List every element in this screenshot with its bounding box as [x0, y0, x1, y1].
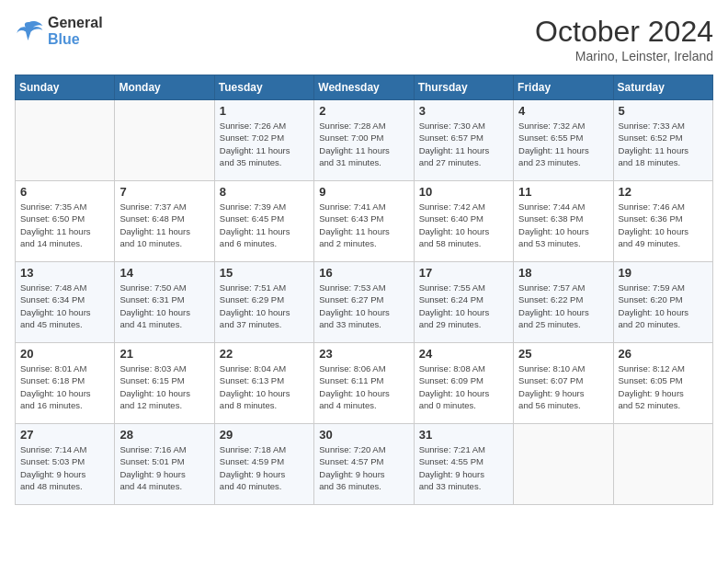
day-info: Sunrise: 7:33 AM Sunset: 6:52 PM Dayligh… [619, 120, 708, 168]
calendar-cell [613, 424, 712, 505]
day-info: Sunrise: 8:03 AM Sunset: 6:15 PM Dayligh… [119, 362, 209, 411]
day-number: 19 [619, 266, 708, 280]
day-number: 9 [319, 185, 408, 199]
day-number: 17 [419, 266, 508, 280]
day-info: Sunrise: 7:16 AM Sunset: 5:01 PM Dayligh… [119, 443, 209, 492]
day-info: Sunrise: 7:48 AM Sunset: 6:34 PM Dayligh… [20, 282, 109, 330]
day-number: 27 [20, 428, 109, 442]
day-info: Sunrise: 7:32 AM Sunset: 6:55 PM Dayligh… [518, 120, 608, 168]
col-header-sunday: Sunday [16, 75, 115, 100]
day-number: 24 [419, 347, 508, 361]
title-block: October 2024 Marino, Leinster, Ireland [535, 15, 713, 63]
day-info: Sunrise: 8:08 AM Sunset: 6:09 PM Dayligh… [419, 362, 508, 411]
calendar-cell: 31Sunrise: 7:21 AM Sunset: 4:55 PM Dayli… [414, 424, 513, 505]
calendar-cell: 3Sunrise: 7:30 AM Sunset: 6:57 PM Daylig… [414, 100, 513, 181]
calendar-cell: 18Sunrise: 7:57 AM Sunset: 6:22 PM Dayli… [514, 262, 613, 343]
day-info: Sunrise: 7:59 AM Sunset: 6:20 PM Dayligh… [619, 282, 708, 330]
day-info: Sunrise: 7:26 AM Sunset: 7:02 PM Dayligh… [220, 120, 309, 168]
day-number: 18 [518, 266, 608, 280]
calendar-cell: 30Sunrise: 7:20 AM Sunset: 4:57 PM Dayli… [314, 424, 414, 505]
day-info: Sunrise: 7:42 AM Sunset: 6:40 PM Dayligh… [419, 201, 508, 249]
calendar-cell: 26Sunrise: 8:12 AM Sunset: 6:05 PM Dayli… [613, 343, 712, 424]
day-info: Sunrise: 7:53 AM Sunset: 6:27 PM Dayligh… [319, 282, 408, 330]
day-info: Sunrise: 8:12 AM Sunset: 6:05 PM Dayligh… [619, 362, 708, 411]
day-number: 22 [220, 347, 309, 361]
day-number: 14 [119, 266, 209, 280]
day-number: 5 [619, 104, 708, 118]
calendar-table: SundayMondayTuesdayWednesdayThursdayFrid… [15, 75, 713, 505]
calendar-cell: 7Sunrise: 7:37 AM Sunset: 6:48 PM Daylig… [115, 181, 214, 262]
calendar-week-row: 6Sunrise: 7:35 AM Sunset: 6:50 PM Daylig… [16, 181, 713, 262]
day-number: 3 [419, 104, 508, 118]
calendar-cell: 25Sunrise: 8:10 AM Sunset: 6:07 PM Dayli… [514, 343, 613, 424]
day-number: 28 [119, 428, 209, 442]
calendar-cell: 5Sunrise: 7:33 AM Sunset: 6:52 PM Daylig… [613, 100, 712, 181]
calendar-cell [115, 100, 214, 181]
logo-icon [15, 18, 44, 44]
calendar-cell: 12Sunrise: 7:46 AM Sunset: 6:36 PM Dayli… [613, 181, 712, 262]
day-number: 7 [119, 185, 209, 199]
day-number: 21 [119, 347, 209, 361]
col-header-thursday: Thursday [414, 75, 513, 100]
day-number: 15 [220, 266, 309, 280]
day-number: 13 [20, 266, 109, 280]
calendar-cell: 16Sunrise: 7:53 AM Sunset: 6:27 PM Dayli… [314, 262, 414, 343]
calendar-cell: 24Sunrise: 8:08 AM Sunset: 6:09 PM Dayli… [414, 343, 513, 424]
calendar-cell: 21Sunrise: 8:03 AM Sunset: 6:15 PM Dayli… [115, 343, 214, 424]
calendar-cell: 20Sunrise: 8:01 AM Sunset: 6:18 PM Dayli… [16, 343, 115, 424]
day-info: Sunrise: 7:55 AM Sunset: 6:24 PM Dayligh… [419, 282, 508, 330]
day-number: 31 [419, 428, 508, 442]
logo-text: General Blue [48, 15, 103, 48]
day-number: 16 [319, 266, 408, 280]
calendar-cell: 10Sunrise: 7:42 AM Sunset: 6:40 PM Dayli… [414, 181, 513, 262]
calendar-cell: 9Sunrise: 7:41 AM Sunset: 6:43 PM Daylig… [314, 181, 414, 262]
day-number: 10 [419, 185, 508, 199]
day-info: Sunrise: 7:46 AM Sunset: 6:36 PM Dayligh… [619, 201, 708, 249]
col-header-friday: Friday [514, 75, 613, 100]
day-info: Sunrise: 7:30 AM Sunset: 6:57 PM Dayligh… [419, 120, 508, 168]
day-info: Sunrise: 8:10 AM Sunset: 6:07 PM Dayligh… [518, 362, 608, 411]
calendar-cell: 14Sunrise: 7:50 AM Sunset: 6:31 PM Dayli… [115, 262, 214, 343]
calendar-week-row: 20Sunrise: 8:01 AM Sunset: 6:18 PM Dayli… [16, 343, 713, 424]
day-info: Sunrise: 7:39 AM Sunset: 6:45 PM Dayligh… [220, 201, 309, 249]
day-info: Sunrise: 7:14 AM Sunset: 5:03 PM Dayligh… [20, 443, 109, 492]
day-number: 26 [619, 347, 708, 361]
calendar-cell [16, 100, 115, 181]
month-title: October 2024 [535, 15, 713, 49]
calendar-cell: 17Sunrise: 7:55 AM Sunset: 6:24 PM Dayli… [414, 262, 513, 343]
calendar-cell: 2Sunrise: 7:28 AM Sunset: 7:00 PM Daylig… [314, 100, 414, 181]
calendar-cell: 27Sunrise: 7:14 AM Sunset: 5:03 PM Dayli… [16, 424, 115, 505]
day-number: 20 [20, 347, 109, 361]
day-info: Sunrise: 7:20 AM Sunset: 4:57 PM Dayligh… [319, 443, 408, 492]
day-info: Sunrise: 7:50 AM Sunset: 6:31 PM Dayligh… [119, 282, 209, 330]
col-header-tuesday: Tuesday [214, 75, 313, 100]
day-number: 8 [220, 185, 309, 199]
col-header-saturday: Saturday [613, 75, 712, 100]
calendar-week-row: 1Sunrise: 7:26 AM Sunset: 7:02 PM Daylig… [16, 100, 713, 181]
day-info: Sunrise: 7:35 AM Sunset: 6:50 PM Dayligh… [20, 201, 109, 249]
calendar-week-row: 27Sunrise: 7:14 AM Sunset: 5:03 PM Dayli… [16, 424, 713, 505]
calendar-cell: 13Sunrise: 7:48 AM Sunset: 6:34 PM Dayli… [16, 262, 115, 343]
day-info: Sunrise: 8:01 AM Sunset: 6:18 PM Dayligh… [20, 362, 109, 411]
calendar-cell: 22Sunrise: 8:04 AM Sunset: 6:13 PM Dayli… [214, 343, 313, 424]
day-info: Sunrise: 7:41 AM Sunset: 6:43 PM Dayligh… [319, 201, 408, 249]
day-number: 4 [518, 104, 608, 118]
location: Marino, Leinster, Ireland [535, 49, 713, 63]
day-info: Sunrise: 8:04 AM Sunset: 6:13 PM Dayligh… [220, 362, 309, 411]
day-info: Sunrise: 7:44 AM Sunset: 6:38 PM Dayligh… [518, 201, 608, 249]
calendar-week-row: 13Sunrise: 7:48 AM Sunset: 6:34 PM Dayli… [16, 262, 713, 343]
day-number: 11 [518, 185, 608, 199]
day-number: 2 [319, 104, 408, 118]
day-info: Sunrise: 7:37 AM Sunset: 6:48 PM Dayligh… [119, 201, 209, 249]
calendar-cell: 8Sunrise: 7:39 AM Sunset: 6:45 PM Daylig… [214, 181, 313, 262]
day-info: Sunrise: 7:18 AM Sunset: 4:59 PM Dayligh… [220, 443, 309, 492]
day-info: Sunrise: 7:51 AM Sunset: 6:29 PM Dayligh… [220, 282, 309, 330]
day-number: 25 [518, 347, 608, 361]
calendar-header-row: SundayMondayTuesdayWednesdayThursdayFrid… [16, 75, 713, 100]
day-info: Sunrise: 7:28 AM Sunset: 7:00 PM Dayligh… [319, 120, 408, 168]
col-header-wednesday: Wednesday [314, 75, 414, 100]
logo: General Blue [15, 15, 103, 48]
day-info: Sunrise: 7:21 AM Sunset: 4:55 PM Dayligh… [419, 443, 508, 492]
page-header: General Blue October 2024 Marino, Leinst… [15, 15, 713, 63]
calendar-cell: 19Sunrise: 7:59 AM Sunset: 6:20 PM Dayli… [613, 262, 712, 343]
